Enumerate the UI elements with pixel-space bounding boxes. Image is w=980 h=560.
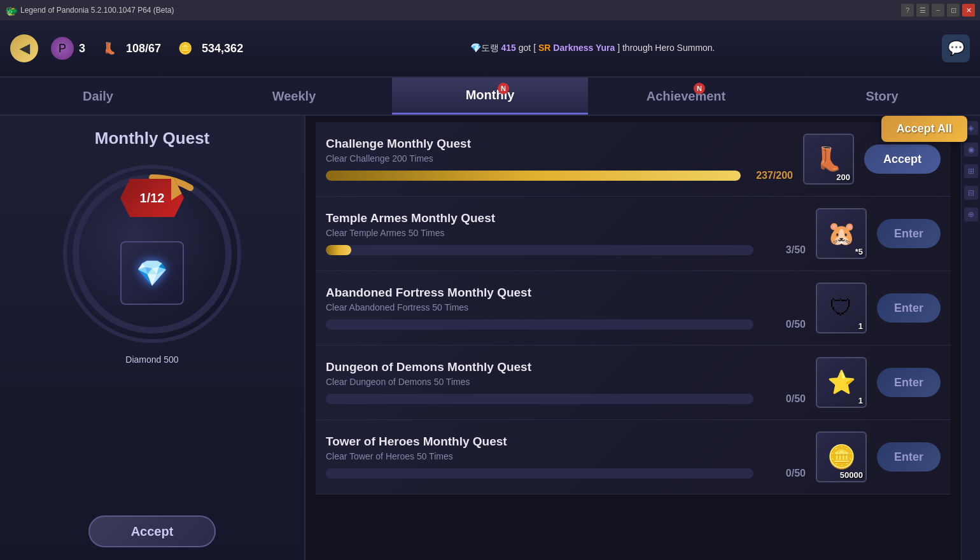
notification-got: got [ — [519, 43, 536, 53]
app-icon: 🐲 — [5, 5, 15, 15]
progress-text-temple: 3/50 — [761, 244, 806, 256]
quest-title-challenge: Challenge Monthly Quest — [326, 137, 793, 151]
quest-info-challenge: Challenge Monthly Quest Clear Challenge … — [326, 137, 793, 181]
currency-boots-icon: 👢 — [98, 37, 121, 60]
left-panel: Monthly Quest 1/12 💎 Diamond 500 — [0, 116, 305, 560]
quest-subtitle-dungeon: Clear Dungeon of Demons 50 Times — [326, 377, 806, 387]
currency-boots-value: 108/67 — [126, 42, 161, 55]
quest-title-tower: Tower of Heroes Monthly Quest — [326, 435, 806, 449]
minimize-btn[interactable]: − — [932, 4, 944, 17]
reward-count-abandoned: 1 — [858, 321, 863, 331]
tab-monthly[interactable]: Monthly N — [392, 78, 588, 115]
app-title: Legend of Pandonia 5.2.100.1047 P64 (Bet… — [20, 6, 896, 15]
currency-boots-group: 👢 108/67 — [98, 37, 161, 60]
reward-icon-temple: 🐹 — [827, 220, 856, 247]
left-panel-accept-button[interactable]: Accept — [88, 515, 216, 547]
panel-title: Monthly Quest — [95, 129, 210, 148]
tab-daily-label: Daily — [83, 89, 113, 104]
notification-item-name: Darkness Yura — [553, 43, 615, 53]
reward-count-challenge: 200 — [836, 172, 850, 182]
monthly-notification-dot: N — [498, 83, 509, 94]
reward-label: Diamond 500 — [125, 354, 178, 365]
quest-enter-button-tower[interactable]: Enter — [877, 442, 941, 472]
quest-info-dungeon: Dungeon of Demons Monthly Quest Clear Du… — [326, 360, 806, 405]
progress-row-temple: 3/50 — [326, 244, 806, 256]
header-bar: ◀ P 3 👢 108/67 🪙 534,362 💎도랭 415 got [ S… — [0, 20, 980, 78]
quest-info-temple: Temple Armes Monthly Quest Clear Temple … — [326, 211, 806, 256]
notification-prefix: 💎도랭 — [470, 43, 499, 53]
help-btn[interactable]: ? — [901, 4, 914, 17]
tab-daily[interactable]: Daily — [0, 78, 196, 115]
progress-text-abandoned: 0/50 — [761, 319, 806, 330]
tab-story-label: Story — [865, 89, 898, 104]
quest-reward-challenge: 👢 200 — [803, 134, 854, 185]
notification-item-rarity: SR — [538, 43, 550, 53]
tab-story[interactable]: Story — [784, 78, 980, 115]
progress-bar-bg-dungeon — [326, 394, 753, 404]
reward-icon-challenge: 👢 — [815, 146, 843, 172]
quest-item-challenge: Challenge Monthly Quest Clear Challenge … — [316, 122, 951, 197]
currency-gold-icon: 🪙 — [174, 37, 197, 60]
accept-all-button[interactable]: Accept All — [881, 116, 967, 142]
window-controls: ? ☰ − ⊡ ✕ — [901, 4, 975, 17]
reward-count-dungeon: 1 — [858, 396, 863, 405]
progress-row-abandoned: 0/50 — [326, 319, 806, 330]
quest-circle: 1/12 💎 — [63, 165, 241, 343]
main-content: Monthly Quest 1/12 💎 Diamond 500 — [0, 116, 980, 560]
menu-btn[interactable]: ☰ — [916, 4, 929, 17]
quest-subtitle-abandoned: Clear Abandoned Fortress 50 Times — [326, 302, 806, 312]
reward-count-temple: *5 — [855, 247, 863, 256]
restore-btn[interactable]: ⊡ — [947, 4, 960, 17]
currency-purple-group: P 3 — [51, 37, 85, 60]
chat-button[interactable]: 💬 — [942, 34, 970, 62]
progress-badge: 1/12 — [120, 179, 184, 217]
title-bar: 🐲 Legend of Pandonia 5.2.100.1047 P64 (B… — [0, 0, 980, 20]
progress-bar-bg-temple — [326, 245, 753, 255]
progress-bar-fill-temple — [326, 245, 351, 255]
progress-bar-bg-abandoned — [326, 319, 753, 330]
progress-bar-bg-tower — [326, 468, 753, 479]
notification-banner: 💎도랭 415 got [ SR Darkness Yura ] through… — [256, 43, 929, 54]
quest-title-dungeon: Dungeon of Demons Monthly Quest — [326, 360, 806, 374]
edge-icon-4[interactable]: ⊟ — [964, 186, 978, 200]
quest-item-tower: Tower of Heroes Monthly Quest Clear Towe… — [316, 420, 951, 494]
tab-achievement[interactable]: Achievement N — [588, 78, 784, 115]
quest-accept-button-challenge[interactable]: Accept — [864, 144, 941, 174]
notification-suffix: ] through Hero Summon. — [617, 43, 715, 53]
progress-label: 1/12 — [140, 191, 165, 206]
quest-reward-temple: 🐹 *5 — [816, 208, 867, 259]
progress-bar-fill-challenge — [326, 171, 741, 181]
progress-text-tower: 0/50 — [761, 468, 806, 479]
back-button[interactable]: ◀ — [10, 34, 38, 62]
reward-icon-abandoned: 🛡 — [830, 295, 853, 321]
reward-box: 💎 — [120, 241, 184, 305]
quest-info-tower: Tower of Heroes Monthly Quest Clear Towe… — [326, 435, 806, 479]
edge-icon-5[interactable]: ⊕ — [964, 207, 978, 221]
progress-text-dungeon: 0/50 — [761, 393, 806, 405]
quest-enter-button-abandoned[interactable]: Enter — [877, 293, 941, 323]
progress-text-challenge: 237/200 — [748, 170, 793, 181]
progress-row-tower: 0/50 — [326, 468, 806, 479]
quest-list: Challenge Monthly Quest Clear Challenge … — [305, 116, 961, 560]
currency-purple-icon: P — [51, 37, 74, 60]
edge-panel: ◈ ◉ ⊞ ⊟ ⊕ — [961, 116, 980, 560]
tab-achievement-label: Achievement — [647, 89, 726, 104]
edge-icon-2[interactable]: ◉ — [964, 143, 978, 157]
quest-reward-abandoned: 🛡 1 — [816, 283, 867, 333]
tab-weekly[interactable]: Weekly — [196, 78, 392, 115]
quest-item-abandoned: Abandoned Fortress Monthly Quest Clear A… — [316, 271, 951, 346]
reward-icon-tower: 🪙 — [827, 444, 856, 470]
quest-item-temple: Temple Armes Monthly Quest Clear Temple … — [316, 197, 951, 271]
quest-subtitle-tower: Clear Tower of Heroes 50 Times — [326, 451, 806, 461]
quest-subtitle-challenge: Clear Challenge 200 Times — [326, 153, 793, 164]
tab-weekly-label: Weekly — [272, 89, 316, 104]
quest-enter-button-temple[interactable]: Enter — [877, 219, 941, 248]
progress-bar-bg-challenge — [326, 171, 741, 181]
edge-icon-3[interactable]: ⊞ — [964, 164, 978, 178]
quest-info-abandoned: Abandoned Fortress Monthly Quest Clear A… — [326, 286, 806, 330]
progress-row-dungeon: 0/50 — [326, 393, 806, 405]
close-btn[interactable]: ✕ — [962, 4, 975, 17]
quest-enter-button-dungeon[interactable]: Enter — [877, 368, 941, 397]
quest-circle-bg: 1/12 💎 — [63, 165, 241, 343]
quest-subtitle-temple: Clear Temple Armes 50 Times — [326, 228, 806, 238]
